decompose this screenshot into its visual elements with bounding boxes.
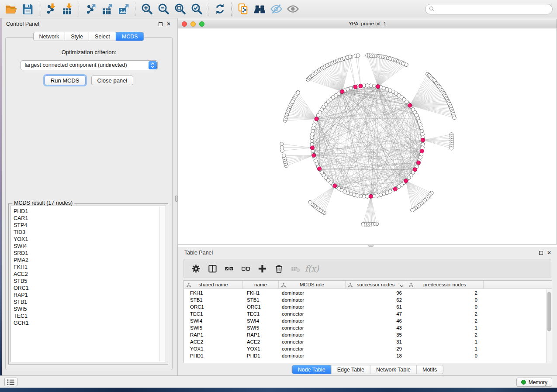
mcds-result-item[interactable]: SRD1 [14, 250, 159, 257]
mcds-result-item[interactable]: YOX1 [14, 236, 159, 243]
float-panel-icon[interactable] [159, 22, 163, 26]
scrollbar-thumb[interactable] [547, 292, 551, 331]
mcds-result-item[interactable]: STB5 [14, 278, 159, 285]
memory-button[interactable]: Memory [516, 378, 552, 387]
hide-selected-icon [270, 3, 283, 15]
tab-style[interactable]: Style [65, 32, 89, 41]
create-column-button[interactable] [254, 261, 270, 276]
mcds-result-group: MCDS result (17 nodes) PHD1CAR1STP4TID3Y… [8, 203, 168, 364]
mcds-result-item[interactable]: ACE2 [14, 271, 159, 278]
table-row[interactable]: TEC1TEC1connector472 [184, 310, 546, 317]
zoom-out-icon [157, 3, 170, 15]
network-canvas[interactable] [178, 28, 557, 244]
mcds-result-list[interactable]: PHD1CAR1STP4TID3YOX1SWI4SRD1PMA2FKH1ACE2… [10, 206, 166, 362]
export-image-button[interactable] [115, 2, 132, 17]
table-row[interactable]: RAP1RAP1dominator352 [184, 331, 546, 338]
table-scrollbar[interactable] [546, 289, 552, 363]
close-panel-icon[interactable]: ✕ [166, 21, 171, 27]
mcds-result-item[interactable]: PHD1 [14, 208, 159, 215]
tab-edge-table[interactable]: Edge Table [331, 365, 370, 374]
cell-successor-nodes: 47 [346, 311, 406, 316]
table-row[interactable]: SWI5SWI5connector431 [184, 324, 546, 331]
export-network-button[interactable] [82, 2, 99, 17]
mcds-result-item[interactable]: PMA2 [14, 257, 159, 264]
table-row[interactable]: ACE2ACE2connector311 [184, 338, 546, 345]
search-input[interactable] [437, 6, 549, 12]
optimization-criterion-label: Optimization criterion: [6, 49, 172, 55]
first-neighbors-button[interactable] [251, 2, 268, 17]
column-header-name[interactable]: name [243, 281, 279, 289]
float-panel-icon[interactable] [539, 251, 543, 255]
mcds-result-item[interactable]: SWI5 [14, 306, 159, 313]
delete-table-button[interactable] [287, 261, 304, 276]
cell-MCDS-role: dominator [279, 304, 346, 309]
mcds-result-item[interactable]: TEC1 [14, 313, 159, 320]
optimization-criterion-value: largest connected component (undirected) [25, 62, 127, 68]
zoom-out-button[interactable] [155, 2, 172, 17]
close-window-icon[interactable] [182, 21, 187, 27]
open-file-button[interactable] [3, 2, 19, 17]
zoom-selected-button[interactable] [188, 2, 205, 17]
zoom-in-button[interactable] [138, 2, 155, 17]
network-view[interactable] [178, 28, 557, 244]
task-history-button[interactable] [4, 378, 17, 386]
maximize-window-icon[interactable] [199, 21, 204, 27]
column-header-predecessor-nodes[interactable]: predecessor nodes [406, 281, 484, 289]
table-row[interactable]: ORC1ORC1dominator610 [184, 303, 546, 310]
column-label: predecessor nodes [423, 282, 466, 287]
mcds-result-item[interactable]: STP4 [14, 222, 159, 229]
tab-select[interactable]: Select [89, 32, 116, 41]
table-row[interactable]: STB1STB1dominator620 [184, 296, 546, 303]
table-row[interactable]: YOX1YOX1connector291 [184, 345, 546, 352]
splitter-handle[interactable] [368, 245, 374, 247]
delete-column-icon [274, 264, 284, 274]
mcds-result-item[interactable]: SWI4 [14, 243, 159, 250]
mcds-result-item[interactable]: RAP1 [14, 292, 159, 299]
mcds-result-item[interactable]: STB1 [14, 299, 159, 306]
search-box[interactable] [425, 4, 553, 14]
column-header-shared-name[interactable]: shared name [184, 281, 243, 289]
mcds-list-scrollbar[interactable] [159, 206, 165, 361]
mcds-result-item[interactable]: GCR1 [14, 320, 159, 327]
toolbar-separator [208, 3, 208, 16]
tab-mcds[interactable]: MCDS [116, 32, 144, 41]
cell-MCDS-role: dominator [279, 297, 346, 303]
refresh-layout-button[interactable] [211, 2, 228, 17]
column-header-successor-nodes[interactable]: successor nodes [346, 281, 406, 289]
column-panel-button[interactable] [204, 261, 221, 276]
tab-network-table[interactable]: Network Table [370, 365, 416, 374]
table-mode-button[interactable] [187, 261, 204, 276]
mcds-result-item[interactable]: FKH1 [14, 264, 159, 271]
copy-share-button[interactable] [235, 2, 251, 17]
save-session-button[interactable] [19, 2, 36, 17]
minimize-window-icon[interactable] [190, 21, 196, 27]
close-panel-icon[interactable]: ✕ [547, 250, 551, 255]
show-all-button[interactable] [284, 2, 301, 17]
zoom-fit-button[interactable] [172, 2, 188, 17]
hide-selected-button[interactable] [268, 2, 284, 17]
network-window-titlebar[interactable]: YPA_prune.txt_1 [178, 19, 557, 28]
import-network-button[interactable] [42, 2, 59, 17]
memory-label: Memory [529, 379, 547, 385]
tab-motifs[interactable]: Motifs [416, 365, 443, 374]
select-all-button[interactable] [221, 261, 237, 276]
table-row[interactable]: FKH1FKH1dominator962 [184, 289, 546, 296]
deselect-all-button[interactable] [237, 261, 254, 276]
tab-network[interactable]: Network [33, 32, 65, 41]
column-header-MCDS-role[interactable]: MCDS role [279, 281, 346, 289]
tab-node-table[interactable]: Node Table [292, 365, 331, 374]
mcds-result-item[interactable]: TID3 [14, 229, 159, 236]
table-row[interactable]: PHD1PHD1dominator180 [184, 352, 546, 359]
table-panel-header: Table Panel ✕ [178, 247, 557, 258]
delete-column-button[interactable] [270, 261, 287, 276]
close-panel-button[interactable]: Close panel [91, 76, 134, 85]
memory-status-icon [521, 380, 526, 385]
optimization-criterion-select[interactable]: largest connected component (undirected) [21, 60, 158, 70]
function-builder-button[interactable]: f(x) [304, 261, 320, 276]
mcds-result-item[interactable]: CAR1 [14, 215, 159, 222]
export-table-button[interactable] [99, 2, 115, 17]
import-table-button[interactable] [59, 2, 76, 17]
table-row[interactable]: SWI4SWI4dominator462 [184, 317, 546, 324]
run-mcds-button[interactable]: Run MCDS [45, 76, 86, 85]
mcds-result-item[interactable]: ORC1 [14, 285, 159, 292]
